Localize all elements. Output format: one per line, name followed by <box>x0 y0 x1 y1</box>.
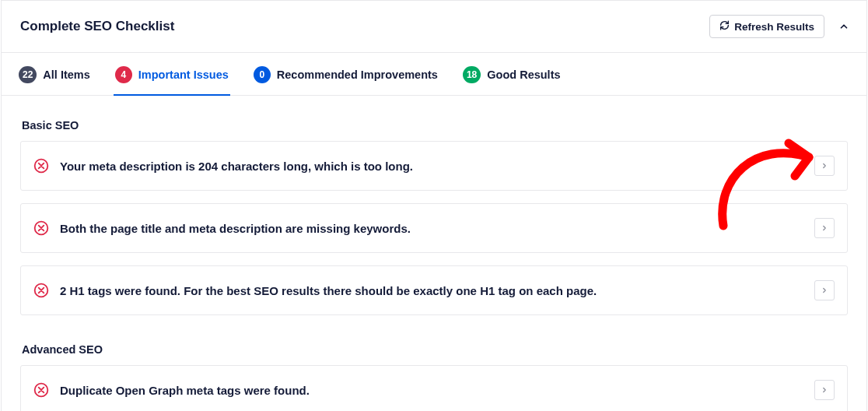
issue-row[interactable]: Both the page title and meta description… <box>20 203 848 253</box>
refresh-label: Refresh Results <box>734 21 814 33</box>
refresh-button[interactable]: Refresh Results <box>709 15 824 38</box>
expand-button[interactable] <box>814 218 835 238</box>
refresh-icon <box>719 20 730 33</box>
issue-row[interactable]: Duplicate Open Graph meta tags were foun… <box>20 365 848 411</box>
tab-label: Recommended Improvements <box>277 68 438 81</box>
error-icon <box>33 220 49 236</box>
panel-header: Complete SEO Checklist Refresh Results <box>2 1 866 53</box>
header-actions: Refresh Results <box>709 15 851 38</box>
collapse-button[interactable] <box>837 19 851 33</box>
count-badge: 18 <box>463 66 481 83</box>
tab-label: Important Issues <box>138 68 229 81</box>
expand-button[interactable] <box>814 156 835 176</box>
seo-checklist-panel: Complete SEO Checklist Refresh Results 2… <box>1 0 867 411</box>
tab-all-items[interactable]: 22 All Items <box>17 54 92 96</box>
tab-label: Good Results <box>487 68 560 81</box>
error-icon <box>33 382 49 398</box>
section-title-advanced: Advanced SEO <box>22 343 846 356</box>
panel-title: Complete SEO Checklist <box>20 19 174 34</box>
chevron-right-icon <box>821 386 828 394</box>
issue-row[interactable]: Your meta description is 204 characters … <box>20 141 848 191</box>
error-icon <box>33 158 49 174</box>
tab-recommended[interactable]: 0 Recommended Improvements <box>252 54 439 96</box>
tabs: 22 All Items 4 Important Issues 0 Recomm… <box>2 53 866 96</box>
count-badge: 22 <box>19 66 37 83</box>
issue-text: Your meta description is 204 characters … <box>60 160 803 173</box>
section-title-basic: Basic SEO <box>22 119 846 132</box>
error-icon <box>33 283 49 298</box>
count-badge: 4 <box>115 66 132 83</box>
panel-body: Basic SEO Your meta description is 204 c… <box>2 96 866 411</box>
expand-button[interactable] <box>814 380 835 400</box>
issue-text: 2 H1 tags were found. For the best SEO r… <box>60 284 803 297</box>
issue-text: Duplicate Open Graph meta tags were foun… <box>60 384 803 397</box>
expand-button[interactable] <box>814 280 835 300</box>
tab-label: All Items <box>43 68 89 81</box>
count-badge: 0 <box>254 66 271 83</box>
tab-important-issues[interactable]: 4 Important Issues <box>114 54 230 96</box>
issue-text: Both the page title and meta description… <box>60 222 803 235</box>
tab-good-results[interactable]: 18 Good Results <box>461 54 562 96</box>
chevron-up-icon <box>838 21 849 32</box>
issue-row[interactable]: 2 H1 tags were found. For the best SEO r… <box>20 265 848 315</box>
chevron-right-icon <box>821 286 828 294</box>
chevron-right-icon <box>821 162 828 170</box>
chevron-right-icon <box>821 224 828 232</box>
